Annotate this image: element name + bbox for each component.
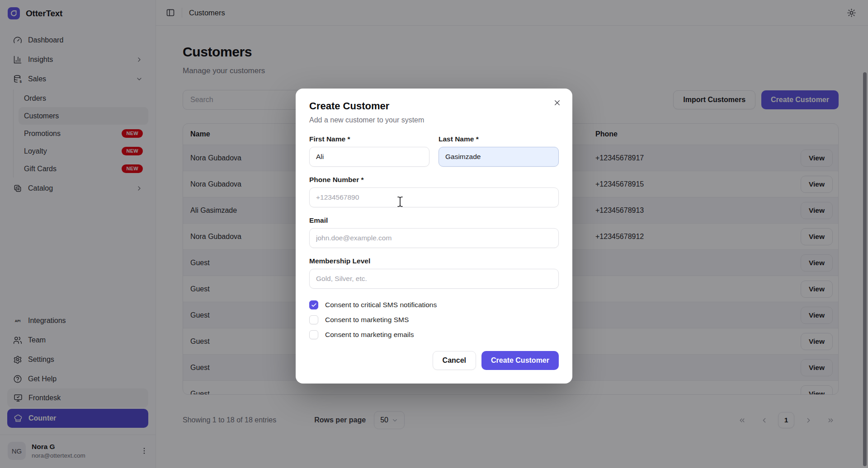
consent-row: Consent to marketing emails [309,330,559,339]
create-customer-modal: Create Customer Add a new customer to yo… [296,89,572,384]
create-customer-form: First Name * Last Name * Phone Number * … [309,135,559,370]
last-name-label: Last Name * [439,135,559,143]
first-name-label: First Name * [309,135,429,143]
first-name-field[interactable] [309,147,429,167]
membership-level-label: Membership Level [309,257,559,265]
consent-row: Consent to critical SMS notifications [309,300,559,309]
consent-row: Consent to marketing SMS [309,315,559,324]
cancel-button[interactable]: Cancel [433,351,476,370]
membership-level-field[interactable] [309,269,559,289]
modal-title: Create Customer [309,100,559,112]
modal-subtitle: Add a new customer to your system [309,116,559,124]
email-label: Email [309,216,559,225]
checkbox[interactable] [309,315,318,324]
close-icon[interactable] [553,98,561,107]
checkbox[interactable] [309,300,318,309]
consent-label: Consent to marketing SMS [325,316,409,324]
modal-create-customer-button[interactable]: Create Customer [481,351,559,370]
consent-checkbox-group: Consent to critical SMS notificationsCon… [309,300,559,339]
email-field[interactable] [309,228,559,248]
phone-number-field[interactable] [309,187,559,207]
phone-number-label: Phone Number * [309,176,559,184]
last-name-field[interactable] [439,147,559,167]
consent-label: Consent to marketing emails [325,331,414,339]
modal-footer: Cancel Create Customer [309,351,559,370]
checkbox[interactable] [309,330,318,339]
consent-label: Consent to critical SMS notifications [325,301,437,309]
app-root: OtterText DashboardInsights$Sales Orders… [0,0,868,468]
text-cursor-pointer [397,196,403,209]
